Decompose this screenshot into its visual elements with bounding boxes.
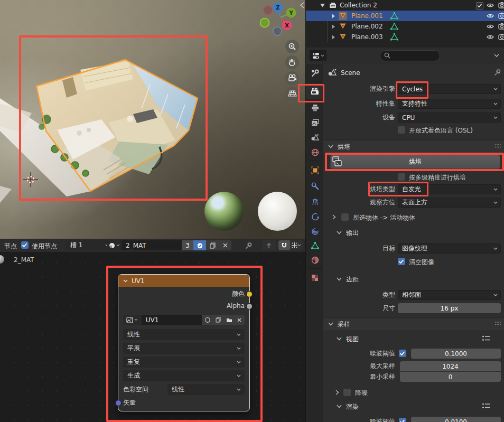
- margin-type-dropdown[interactable]: 相邻面: [398, 290, 501, 300]
- tab-world-properties[interactable]: [306, 145, 324, 160]
- image-fake-user-button[interactable]: [202, 315, 213, 325]
- material-slot-dropdown[interactable]: 槽 1: [66, 240, 113, 250]
- snap-target-dropdown[interactable]: [290, 240, 303, 250]
- margin-size-field[interactable]: 16 px: [398, 303, 501, 313]
- pan-tool-button[interactable]: [285, 55, 299, 69]
- go-parent-node-tree-button[interactable]: [262, 240, 276, 250]
- selected-to-active-checkbox[interactable]: [341, 213, 349, 221]
- object-label[interactable]: Plane.002: [351, 23, 383, 30]
- render-engine-dropdown[interactable]: Cycles: [398, 84, 501, 94]
- sampling-panel-header[interactable]: 采样: [338, 320, 350, 329]
- collection-label[interactable]: Collection 2: [340, 2, 377, 9]
- zoom-tool-button[interactable]: [285, 40, 299, 53]
- source-dropdown[interactable]: 生成: [123, 370, 245, 381]
- noise-threshold-checkbox[interactable]: [399, 350, 406, 357]
- camera-visibility-icon[interactable]: [498, 33, 504, 40]
- eye-icon[interactable]: [487, 13, 494, 19]
- camera-view-button[interactable]: [285, 71, 299, 85]
- eye-icon[interactable]: [487, 34, 494, 40]
- drag-handle-icon[interactable]: [494, 144, 501, 148]
- tab-object-data-properties[interactable]: [306, 238, 324, 253]
- object-label[interactable]: Plane.001: [351, 12, 383, 20]
- use-nodes-checkbox[interactable]: [21, 241, 29, 249]
- outliner-row-collection[interactable]: Collection 2: [306, 0, 504, 11]
- disclosure-right-icon[interactable]: [335, 390, 339, 395]
- colorspace-dropdown[interactable]: 线性: [167, 384, 245, 395]
- max-samples-field[interactable]: 1024: [400, 361, 501, 371]
- image-name-field[interactable]: UV1: [142, 315, 202, 325]
- min-samples-field[interactable]: 0: [400, 372, 501, 382]
- camera-visibility-icon[interactable]: [498, 12, 504, 19]
- noise-threshold-field[interactable]: 0.1000: [411, 349, 501, 359]
- panel-chevron-down-icon[interactable]: [337, 277, 342, 281]
- tab-texture-properties[interactable]: [306, 270, 324, 285]
- panel-chevron-down-icon[interactable]: [328, 145, 333, 148]
- tab-material-properties[interactable]: [306, 252, 324, 267]
- disclosure-right-icon[interactable]: [332, 214, 336, 220]
- camera-visibility-icon[interactable]: [498, 23, 504, 30]
- image-browse-button[interactable]: [123, 315, 142, 325]
- disclosure-right-icon[interactable]: [332, 35, 335, 40]
- tab-constraint-properties[interactable]: [306, 224, 324, 239]
- color-output-socket[interactable]: [246, 291, 253, 297]
- image-unlink-button[interactable]: [235, 315, 245, 325]
- preset-icon[interactable]: [482, 335, 490, 342]
- material-users-count[interactable]: 3: [182, 240, 193, 250]
- editor-type-button[interactable]: [310, 50, 326, 61]
- outliner-row-plane001[interactable]: Plane.001: [306, 11, 504, 21]
- tab-particle-properties[interactable]: [306, 194, 324, 209]
- output-panel-header[interactable]: 输出: [346, 229, 359, 238]
- image-open-button[interactable]: [223, 315, 234, 325]
- eye-icon[interactable]: [487, 23, 494, 30]
- tab-render-properties[interactable]: [306, 84, 324, 99]
- fake-user-button[interactable]: [193, 240, 206, 250]
- image-texture-node[interactable]: UV1 颜色 Alpha UV1: [118, 274, 250, 411]
- render-noise-threshold-field[interactable]: 0.0100: [411, 417, 501, 422]
- multires-bake-checkbox[interactable]: [398, 173, 405, 181]
- panel-chevron-down-icon[interactable]: [337, 231, 342, 235]
- tab-tool[interactable]: [306, 65, 324, 80]
- preset-icon[interactable]: [482, 402, 490, 409]
- vector-input-socket[interactable]: [115, 400, 122, 406]
- panel-chevron-down-icon[interactable]: [328, 322, 333, 326]
- hdri-preview-sphere[interactable]: [204, 192, 244, 231]
- interpolation-dropdown[interactable]: 线性: [123, 329, 245, 340]
- margin-panel-header[interactable]: 边距: [346, 275, 359, 284]
- pin-icon[interactable]: [245, 242, 253, 250]
- target-dropdown[interactable]: 图像纹理: [398, 243, 501, 254]
- disclosure-down-icon[interactable]: [320, 4, 325, 7]
- clear-image-checkbox[interactable]: [398, 258, 405, 265]
- eye-icon[interactable]: [487, 2, 494, 8]
- outliner-row-plane003[interactable]: Plane.003: [306, 32, 504, 42]
- search-input[interactable]: [380, 50, 440, 61]
- material-browse-button[interactable]: [107, 240, 122, 250]
- osl-checkbox[interactable]: [398, 126, 405, 134]
- bake-type-dropdown[interactable]: 自发光: [398, 184, 501, 194]
- collection-exclude-checkbox[interactable]: [476, 2, 483, 10]
- denoise-checkbox[interactable]: [343, 389, 351, 396]
- breadcrumb[interactable]: Scene: [341, 69, 360, 77]
- view-from-dropdown[interactable]: 表面上方: [398, 198, 501, 208]
- filter-chevron-icon[interactable]: [494, 54, 499, 57]
- render-sampling-header[interactable]: 渲染: [346, 402, 359, 411]
- disclosure-right-icon[interactable]: [332, 14, 335, 18]
- tab-scene-properties[interactable]: [306, 130, 324, 145]
- tab-object-properties[interactable]: [306, 163, 324, 177]
- drag-handle-icon[interactable]: [494, 321, 501, 326]
- image-copy-button[interactable]: [213, 315, 223, 325]
- copy-material-button[interactable]: [206, 240, 219, 250]
- unlink-material-button[interactable]: [219, 240, 231, 250]
- extension-dropdown[interactable]: 重复: [123, 357, 245, 368]
- viewport-3d[interactable]: Z Y X: [0, 0, 305, 239]
- object-label[interactable]: Plane.003: [351, 33, 383, 41]
- material-name-field[interactable]: 2_MAT: [122, 240, 182, 250]
- navigation-gizmo[interactable]: Z Y X: [260, 3, 296, 36]
- disclosure-right-icon[interactable]: [332, 24, 335, 29]
- node-editor-canvas[interactable]: 2_MAT UV1 颜色 Alpha: [0, 252, 305, 422]
- tab-output-properties[interactable]: [306, 100, 324, 115]
- node-header[interactable]: UV1: [118, 275, 249, 287]
- bake-button[interactable]: 烘培: [330, 155, 500, 169]
- viewport-sampling-header[interactable]: 视图: [346, 335, 359, 344]
- camera-visibility-icon[interactable]: [498, 2, 504, 8]
- bake-panel-header[interactable]: 烘培: [338, 143, 350, 152]
